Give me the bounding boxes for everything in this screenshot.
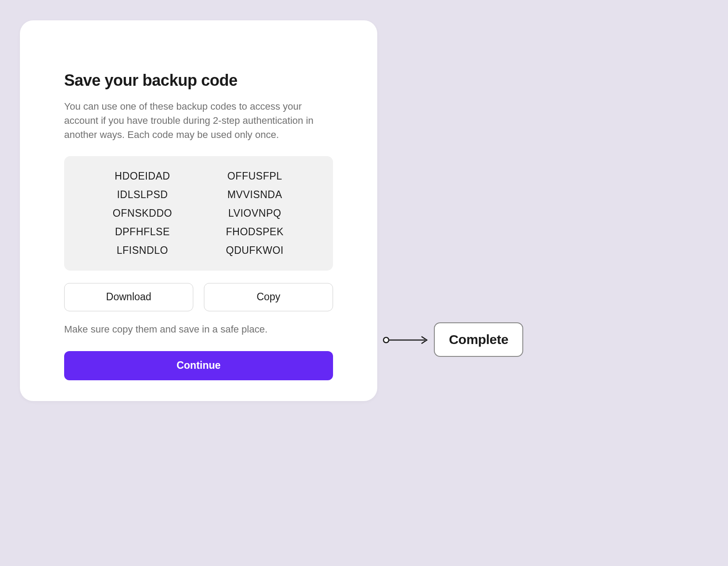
backup-code: OFNSKDDO (113, 207, 172, 219)
download-button[interactable]: Download (64, 283, 193, 311)
backup-code: HDOEIDAD (115, 170, 170, 182)
backup-code: LVIOVNPQ (228, 207, 281, 219)
backup-code: QDUFKWOI (226, 245, 284, 256)
copy-button[interactable]: Copy (204, 283, 333, 311)
card-description: You can use one of these backup codes to… (64, 99, 333, 142)
arrow-icon (383, 335, 431, 345)
backup-code: MVVISNDA (227, 189, 282, 201)
card-title: Save your backup code (64, 71, 333, 90)
codes-column-left: HDOEIDAD IDLSLPSD OFNSKDDO DPFHFLSE LFIS… (86, 170, 199, 256)
arrow-annotation (383, 335, 431, 345)
backup-code: LFISNDLO (117, 245, 168, 256)
backup-code-card: Save your backup code You can use one of… (20, 20, 377, 401)
svg-point-0 (383, 337, 389, 343)
action-buttons-row: Download Copy (64, 283, 333, 311)
backup-codes-container: HDOEIDAD IDLSLPSD OFNSKDDO DPFHFLSE LFIS… (64, 156, 333, 271)
complete-badge: Complete (434, 322, 523, 357)
codes-column-right: OFFUSFPL MVVISNDA LVIOVNPQ FHODSPEK QDUF… (199, 170, 311, 256)
backup-code: DPFHFLSE (115, 226, 170, 238)
hint-text: Make sure copy them and save in a safe p… (64, 324, 333, 335)
continue-button[interactable]: Continue (64, 351, 333, 380)
backup-code: OFFUSFPL (227, 170, 282, 182)
backup-code: IDLSLPSD (117, 189, 168, 201)
backup-code: FHODSPEK (226, 226, 284, 238)
